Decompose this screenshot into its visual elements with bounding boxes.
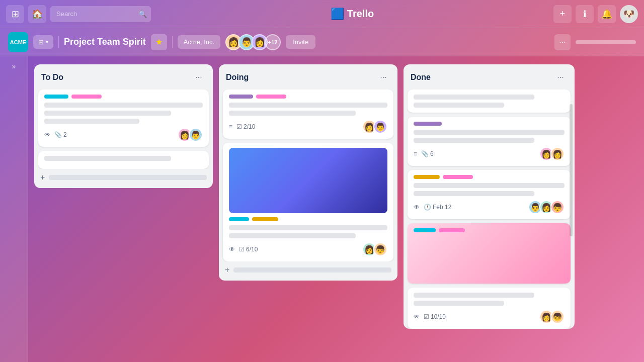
card-todo-1[interactable]: 👁 📎 2 👩 👨 [38, 89, 209, 147]
card-done-5[interactable]: 👁 ☑ 10/10 👩 👦 [408, 288, 571, 329]
sidebar: » [0, 56, 28, 362]
card-doing-1[interactable]: ≡ ☑ 2/10 👩 👨 [223, 89, 393, 139]
eye-icon: 👁 [229, 246, 235, 253]
grid-icon-button[interactable]: ⊞ [6, 5, 24, 23]
card-done-3[interactable]: 👁 🕐 Feb 12 👨 👩 👦 [408, 170, 571, 219]
card-text-2 [229, 111, 356, 116]
add-card-placeholder [233, 267, 391, 273]
board-more-button[interactable]: ··· [554, 34, 571, 50]
info-button[interactable]: ℹ [576, 5, 594, 23]
card-cover-image [229, 148, 387, 213]
label-cyan [229, 217, 249, 221]
card-footer: 👁 ☑ 6/10 👩 👦 [229, 242, 387, 256]
card-done-4[interactable] [408, 223, 571, 284]
label-yellow [414, 175, 440, 179]
checklist-icon: ☑ 10/10 [424, 313, 446, 320]
card-icons: ≡ 📎 6 [414, 150, 434, 157]
column-doing-title: Doing [226, 73, 249, 82]
add-button[interactable]: + [553, 5, 572, 23]
checklist-icon: ☑ 6/10 [239, 246, 258, 253]
add-card-row-doing[interactable]: + [219, 261, 397, 281]
card-footer: 👁 📎 2 👩 👨 [44, 128, 203, 142]
more-members-badge[interactable]: +12 [265, 34, 281, 50]
board-views-button[interactable]: ⊞ ▾ [33, 35, 53, 49]
card-labels [229, 217, 387, 221]
checklist-count: 10/10 [431, 313, 446, 320]
app-title: Trello [347, 8, 374, 20]
column-doing-menu-button[interactable]: ··· [376, 70, 390, 84]
column-todo-title: To Do [41, 73, 63, 82]
paperclip-icon: 📎 [54, 131, 62, 138]
card-text-2 [229, 233, 356, 238]
card-avatars: 👩 👦 [539, 310, 565, 324]
scrollbar [570, 104, 573, 236]
add-card-placeholder [49, 175, 207, 180]
card-avatar-2: 👨 [189, 128, 203, 142]
card-footer: 👁 🕐 Feb 12 👨 👩 👦 [414, 200, 565, 214]
card-done-4-inner [408, 223, 571, 241]
invite-button[interactable]: Invite [286, 35, 315, 49]
home-icon-button[interactable]: 🏠 [28, 5, 46, 23]
kanban-area: To Do ··· 👁 [28, 56, 644, 362]
clock-icon: 🕐 [424, 204, 431, 211]
card-avatar-3: 👦 [550, 200, 565, 214]
card-avatar-2: 👦 [373, 242, 387, 256]
search-container: 🔍 [50, 6, 151, 22]
card-labels [44, 95, 203, 99]
attachment-count: 6 [430, 150, 434, 157]
workspace-label-button[interactable]: Acme, Inc. [178, 35, 220, 49]
header-divider [58, 36, 59, 48]
card-text-1 [414, 95, 534, 100]
card-text-1 [44, 156, 171, 161]
checklist-count: 2/10 [244, 123, 255, 130]
card-avatars: 👩 👦 [362, 242, 387, 256]
card-text-1 [414, 130, 565, 135]
column-done-title: Done [411, 73, 431, 82]
eye-icon: 👁 [44, 131, 50, 138]
card-todo-2[interactable] [38, 151, 209, 169]
add-card-plus-icon: + [40, 173, 45, 182]
column-todo-header: To Do ··· [34, 64, 213, 89]
card-footer: ≡ ☑ 2/10 👩 👨 [229, 120, 387, 134]
search-input[interactable] [50, 6, 151, 22]
column-done-menu-button[interactable]: ··· [553, 70, 568, 84]
card-icons: 👁 ☑ 6/10 [229, 246, 258, 253]
card-text-1 [44, 103, 203, 108]
card-text-2 [414, 191, 534, 196]
card-text-2 [414, 301, 504, 306]
label-purple [229, 95, 253, 99]
sidebar-collapse-icon[interactable]: » [12, 62, 16, 70]
card-done-1[interactable] [408, 89, 571, 113]
card-doing-2[interactable]: 👁 ☑ 6/10 👩 👦 [223, 143, 393, 261]
attachment-icon: 📎 6 [421, 150, 434, 157]
card-avatars: 👩 👩 [539, 147, 565, 161]
menu-icon: ≡ [414, 150, 417, 157]
star-button[interactable]: ★ [151, 34, 167, 50]
label-pink [256, 95, 286, 99]
card-icons: 👁 🕐 Feb 12 [414, 204, 451, 211]
due-date-icon: 🕐 Feb 12 [424, 204, 451, 211]
filter-bar [576, 40, 636, 44]
check-icon: ☑ [236, 123, 242, 130]
eye-icon: 👁 [414, 204, 420, 211]
column-doing-header: Doing ··· [219, 64, 397, 89]
column-done-header: Done ··· [404, 64, 575, 89]
column-done-content: ≡ 📎 6 👩 👩 [404, 89, 575, 329]
workspace-icon: ACME [8, 32, 28, 52]
card-text-1 [229, 225, 387, 230]
column-todo: To Do ··· 👁 [34, 64, 213, 188]
column-doing-content: ≡ ☑ 2/10 👩 👨 [219, 89, 397, 261]
notification-button[interactable]: 🔔 [598, 5, 616, 23]
card-footer: 👁 ☑ 10/10 👩 👦 [414, 310, 565, 324]
label-yellow [252, 217, 278, 221]
add-card-row-todo[interactable]: + [34, 169, 213, 188]
card-done-2[interactable]: ≡ 📎 6 👩 👩 [408, 117, 571, 166]
card-avatars: 👩 👨 [178, 128, 203, 142]
column-todo-menu-button[interactable]: ··· [192, 70, 206, 84]
views-chevron: ▾ [46, 39, 48, 45]
user-avatar[interactable]: 🐶 [620, 5, 638, 23]
card-text-3 [44, 119, 139, 124]
card-text-2 [414, 103, 504, 108]
card-footer: ≡ 📎 6 👩 👩 [414, 147, 565, 161]
label-cyan [414, 228, 436, 232]
